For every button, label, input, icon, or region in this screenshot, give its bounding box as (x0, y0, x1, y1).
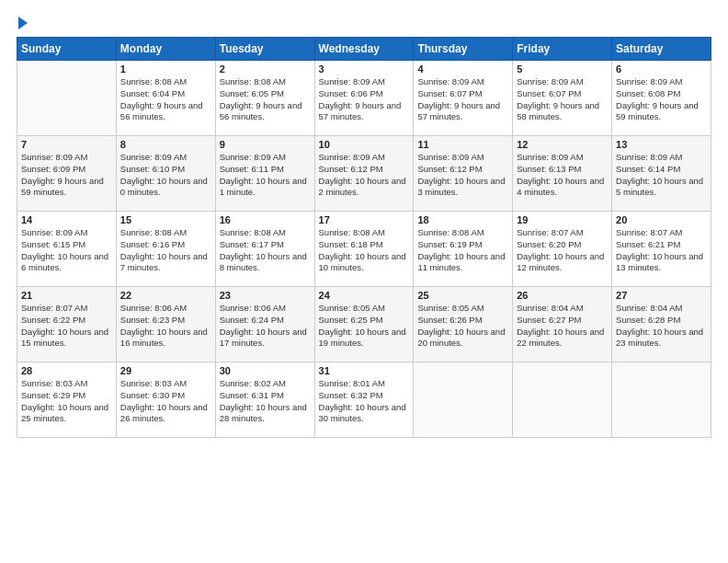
day-number: 4 (417, 63, 508, 75)
day-number: 17 (319, 214, 410, 225)
day-cell: 9Sunrise: 8:09 AMSunset: 6:11 PMDaylight… (215, 136, 314, 212)
col-header-tuesday: Tuesday (215, 38, 314, 61)
day-info: Sunrise: 8:08 AMSunset: 6:19 PMDaylight:… (417, 227, 508, 274)
day-cell: 18Sunrise: 8:08 AMSunset: 6:19 PMDayligh… (414, 212, 513, 287)
day-number: 8 (120, 139, 211, 150)
day-info: Sunrise: 8:09 AMSunset: 6:14 PMDaylight:… (616, 152, 707, 199)
day-info: Sunrise: 8:09 AMSunset: 6:08 PMDaylight:… (616, 76, 707, 123)
day-info: Sunrise: 8:09 AMSunset: 6:10 PMDaylight:… (120, 152, 211, 199)
day-number: 31 (319, 365, 410, 376)
page: SundayMondayTuesdayWednesdayThursdayFrid… (0, 0, 728, 563)
col-header-wednesday: Wednesday (314, 38, 414, 61)
day-number: 20 (616, 214, 707, 225)
week-row-5: 28Sunrise: 8:03 AMSunset: 6:29 PMDayligh… (17, 362, 711, 438)
col-header-thursday: Thursday (414, 38, 513, 61)
day-cell: 12Sunrise: 8:09 AMSunset: 6:13 PMDayligh… (513, 136, 612, 212)
day-cell: 29Sunrise: 8:03 AMSunset: 6:30 PMDayligh… (116, 362, 215, 438)
col-header-monday: Monday (116, 38, 215, 61)
week-row-3: 14Sunrise: 8:09 AMSunset: 6:15 PMDayligh… (17, 212, 711, 287)
day-cell (414, 362, 513, 438)
day-cell: 31Sunrise: 8:01 AMSunset: 6:32 PMDayligh… (314, 362, 414, 438)
day-cell: 23Sunrise: 8:06 AMSunset: 6:24 PMDayligh… (215, 287, 314, 362)
day-cell (513, 362, 612, 438)
day-info: Sunrise: 8:04 AMSunset: 6:28 PMDaylight:… (616, 303, 707, 350)
day-info: Sunrise: 8:09 AMSunset: 6:13 PMDaylight:… (517, 152, 608, 199)
day-number: 6 (616, 63, 707, 75)
day-cell: 19Sunrise: 8:07 AMSunset: 6:20 PMDayligh… (513, 212, 612, 287)
day-cell: 8Sunrise: 8:09 AMSunset: 6:10 PMDaylight… (116, 136, 215, 212)
week-row-2: 7Sunrise: 8:09 AMSunset: 6:09 PMDaylight… (17, 136, 711, 212)
day-number: 26 (517, 290, 608, 301)
day-info: Sunrise: 8:05 AMSunset: 6:25 PMDaylight:… (319, 303, 410, 350)
header (17, 15, 711, 29)
day-number: 19 (517, 214, 608, 225)
calendar-table: SundayMondayTuesdayWednesdayThursdayFrid… (17, 37, 711, 438)
day-info: Sunrise: 8:07 AMSunset: 6:22 PMDaylight:… (21, 303, 112, 350)
day-info: Sunrise: 8:09 AMSunset: 6:06 PMDaylight:… (319, 76, 410, 123)
day-info: Sunrise: 8:09 AMSunset: 6:15 PMDaylight:… (21, 227, 112, 274)
col-header-saturday: Saturday (612, 38, 711, 61)
day-cell: 28Sunrise: 8:03 AMSunset: 6:29 PMDayligh… (17, 362, 117, 438)
day-number: 28 (21, 365, 112, 376)
day-number: 1 (120, 63, 211, 75)
day-info: Sunrise: 8:09 AMSunset: 6:12 PMDaylight:… (417, 152, 508, 199)
day-cell: 21Sunrise: 8:07 AMSunset: 6:22 PMDayligh… (17, 287, 117, 362)
day-number: 7 (21, 139, 112, 150)
day-info: Sunrise: 8:06 AMSunset: 6:24 PMDaylight:… (220, 303, 311, 350)
day-number: 30 (220, 365, 311, 376)
day-info: Sunrise: 8:08 AMSunset: 6:17 PMDaylight:… (220, 227, 311, 274)
day-info: Sunrise: 8:03 AMSunset: 6:29 PMDaylight:… (21, 378, 112, 425)
day-cell: 20Sunrise: 8:07 AMSunset: 6:21 PMDayligh… (612, 212, 711, 287)
day-cell: 13Sunrise: 8:09 AMSunset: 6:14 PMDayligh… (612, 136, 711, 212)
day-cell: 25Sunrise: 8:05 AMSunset: 6:26 PMDayligh… (414, 287, 513, 362)
day-info: Sunrise: 8:04 AMSunset: 6:27 PMDaylight:… (517, 303, 608, 350)
day-info: Sunrise: 8:03 AMSunset: 6:30 PMDaylight:… (120, 378, 211, 425)
day-info: Sunrise: 8:09 AMSunset: 6:12 PMDaylight:… (319, 152, 410, 199)
day-info: Sunrise: 8:06 AMSunset: 6:23 PMDaylight:… (120, 303, 211, 350)
day-cell: 4Sunrise: 8:09 AMSunset: 6:07 PMDaylight… (414, 61, 513, 136)
day-number: 14 (21, 214, 112, 225)
col-header-friday: Friday (513, 38, 612, 61)
day-cell: 22Sunrise: 8:06 AMSunset: 6:23 PMDayligh… (116, 287, 215, 362)
day-number: 25 (417, 290, 508, 301)
header-row: SundayMondayTuesdayWednesdayThursdayFrid… (17, 38, 711, 61)
logo-arrow-icon (18, 17, 28, 29)
day-number: 10 (319, 139, 410, 150)
day-number: 9 (220, 139, 311, 150)
day-cell: 14Sunrise: 8:09 AMSunset: 6:15 PMDayligh… (17, 212, 117, 287)
day-info: Sunrise: 8:08 AMSunset: 6:16 PMDaylight:… (120, 227, 211, 274)
day-cell: 3Sunrise: 8:09 AMSunset: 6:06 PMDaylight… (314, 61, 414, 136)
day-cell: 15Sunrise: 8:08 AMSunset: 6:16 PMDayligh… (116, 212, 215, 287)
day-number: 12 (517, 139, 608, 150)
day-number: 3 (319, 63, 410, 75)
day-number: 15 (120, 214, 211, 225)
day-info: Sunrise: 8:09 AMSunset: 6:11 PMDaylight:… (220, 152, 311, 199)
day-info: Sunrise: 8:09 AMSunset: 6:09 PMDaylight:… (21, 152, 112, 199)
day-cell: 30Sunrise: 8:02 AMSunset: 6:31 PMDayligh… (215, 362, 314, 438)
day-number: 11 (417, 139, 508, 150)
day-cell: 11Sunrise: 8:09 AMSunset: 6:12 PMDayligh… (414, 136, 513, 212)
week-row-4: 21Sunrise: 8:07 AMSunset: 6:22 PMDayligh… (17, 287, 711, 362)
day-number: 5 (517, 63, 608, 75)
day-cell: 17Sunrise: 8:08 AMSunset: 6:18 PMDayligh… (314, 212, 414, 287)
day-cell: 24Sunrise: 8:05 AMSunset: 6:25 PMDayligh… (314, 287, 414, 362)
day-number: 16 (220, 214, 311, 225)
day-cell: 1Sunrise: 8:08 AMSunset: 6:04 PMDaylight… (116, 61, 215, 136)
day-number: 22 (120, 290, 211, 301)
logo (17, 15, 28, 29)
day-info: Sunrise: 8:01 AMSunset: 6:32 PMDaylight:… (319, 378, 410, 425)
day-number: 21 (21, 290, 112, 301)
day-info: Sunrise: 8:05 AMSunset: 6:26 PMDaylight:… (417, 303, 508, 350)
day-info: Sunrise: 8:07 AMSunset: 6:20 PMDaylight:… (517, 227, 608, 274)
day-number: 18 (417, 214, 508, 225)
day-cell: 6Sunrise: 8:09 AMSunset: 6:08 PMDaylight… (612, 61, 711, 136)
day-info: Sunrise: 8:09 AMSunset: 6:07 PMDaylight:… (517, 76, 608, 123)
day-cell: 27Sunrise: 8:04 AMSunset: 6:28 PMDayligh… (612, 287, 711, 362)
day-cell: 26Sunrise: 8:04 AMSunset: 6:27 PMDayligh… (513, 287, 612, 362)
week-row-1: 1Sunrise: 8:08 AMSunset: 6:04 PMDaylight… (17, 61, 711, 136)
day-cell: 16Sunrise: 8:08 AMSunset: 6:17 PMDayligh… (215, 212, 314, 287)
col-header-sunday: Sunday (17, 38, 117, 61)
day-info: Sunrise: 8:08 AMSunset: 6:04 PMDaylight:… (120, 76, 211, 123)
day-cell (17, 61, 117, 136)
day-cell: 7Sunrise: 8:09 AMSunset: 6:09 PMDaylight… (17, 136, 117, 212)
